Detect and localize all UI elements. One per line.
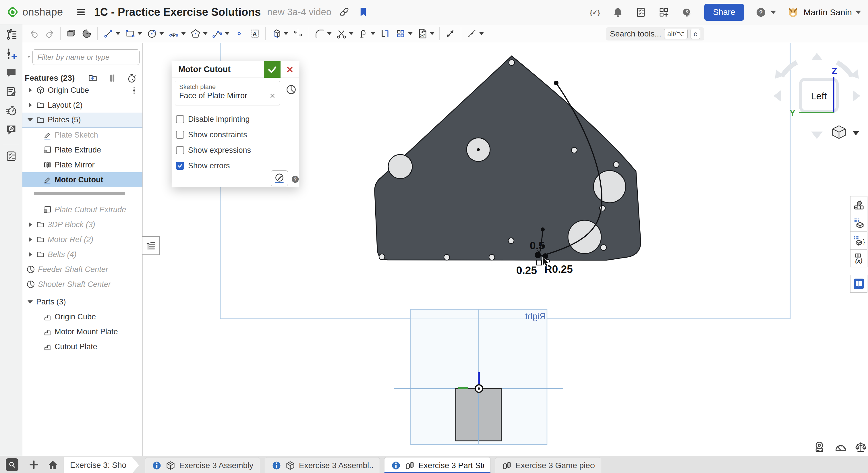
line-dropdown-icon[interactable] — [116, 32, 120, 35]
transform-dropdown-icon[interactable] — [284, 32, 288, 35]
tasks-icon[interactable] — [635, 6, 647, 19]
expand-icon[interactable] — [26, 86, 34, 94]
tab-search-button[interactable] — [6, 459, 19, 471]
origin-marker[interactable] — [475, 385, 483, 392]
help-caret-icon[interactable] — [770, 11, 776, 14]
feature-plates-folder[interactable]: Plates (5) — [22, 113, 143, 127]
configurations-button[interactable] — [850, 214, 867, 232]
feature-plate-extrude[interactable]: Plate Extrude — [22, 143, 143, 157]
move-tool[interactable] — [290, 26, 306, 41]
trim-dropdown-icon[interactable] — [349, 32, 353, 35]
share-button[interactable]: Share — [704, 4, 744, 21]
info-icon[interactable] — [271, 461, 282, 471]
fillet-tool[interactable] — [312, 26, 334, 41]
arc-dropdown-icon[interactable] — [181, 32, 186, 35]
checklist-icon[interactable] — [5, 150, 18, 162]
construction-dropdown-icon[interactable] — [479, 32, 484, 35]
workspace-name[interactable]: new 3a-4 video — [267, 7, 331, 18]
regen-time-icon[interactable] — [126, 73, 137, 84]
tab-exercise-3-part-studio[interactable]: Exercise 3 Part Studio — [384, 457, 491, 473]
avatar[interactable] — [787, 6, 799, 19]
view-cube[interactable]: Left Z Y — [774, 53, 860, 139]
comments-icon[interactable] — [5, 66, 18, 79]
measure-tool[interactable] — [442, 26, 458, 41]
confirm-button[interactable] — [264, 61, 281, 78]
tab-exercise-3-game-piece[interactable]: Exercise 3 Game piece — [495, 457, 601, 473]
spline-tool[interactable] — [210, 26, 231, 41]
hole-center-point[interactable] — [477, 148, 480, 151]
rectangle-dropdown-icon[interactable] — [137, 32, 142, 35]
feature-motor-ref-folder[interactable]: Motor Ref (2) — [22, 232, 143, 247]
feature-belts-folder[interactable]: Belts (4) — [22, 247, 143, 262]
part-origin-cube[interactable]: Origin Cube — [22, 309, 143, 324]
configured-features-button[interactable]: } — [850, 232, 867, 249]
drag-handle-icon[interactable] — [130, 84, 138, 96]
construction-tool[interactable] — [464, 26, 486, 41]
checkbox-show-expressions[interactable] — [176, 146, 184, 154]
collapse-icon[interactable] — [26, 116, 34, 124]
collapse-icon[interactable] — [26, 298, 34, 306]
sketch-plane-field[interactable]: Sketch plane Face of Plate Mirror — [175, 81, 280, 106]
community-help-icon[interactable] — [5, 123, 18, 136]
filter-input[interactable] — [32, 50, 140, 65]
notifications-icon[interactable] — [612, 6, 624, 19]
help-icon[interactable]: ? — [755, 6, 767, 19]
versions-icon[interactable] — [5, 28, 18, 41]
checkbox-show-constraints[interactable] — [176, 131, 184, 139]
offset-dropdown-icon[interactable] — [371, 32, 375, 35]
mirror-tool[interactable] — [377, 26, 393, 41]
cancel-button[interactable] — [281, 61, 299, 78]
option-show-expressions[interactable]: Show expressions — [176, 144, 251, 156]
parts-section[interactable]: Parts (3) — [22, 294, 143, 309]
view-mode-cube-icon[interactable] — [833, 126, 845, 139]
clear-selection-icon[interactable] — [269, 92, 276, 100]
dimension-handle[interactable] — [537, 260, 541, 265]
expand-icon[interactable] — [26, 101, 34, 110]
feature-motor-cutout[interactable]: Motor Cutout — [22, 172, 143, 187]
view-options-caret-icon[interactable] — [852, 131, 860, 135]
filter-icon[interactable] — [28, 52, 30, 62]
expand-icon[interactable] — [26, 220, 34, 229]
dimension-r0-25[interactable]: R0.25 — [545, 263, 573, 275]
user-caret-icon[interactable] — [856, 11, 861, 14]
add-tab-button[interactable] — [28, 459, 40, 471]
revolve-tool[interactable] — [79, 26, 94, 41]
mass-properties-icon[interactable] — [854, 440, 868, 454]
checkbox-show-errors[interactable] — [176, 162, 184, 170]
circle-tool[interactable] — [144, 26, 166, 41]
tab-exercise-3-sho[interactable]: Exercise 3: Sho — [64, 457, 139, 473]
option-show-constraints[interactable]: Show constraints — [176, 128, 247, 141]
feature-plate-mirror[interactable]: Plate Mirror — [22, 157, 143, 172]
part-motor-mount-plate[interactable]: Motor Mount Plate — [22, 324, 143, 339]
part-cutout-plate[interactable]: Cutout Plate — [22, 339, 143, 354]
protractor-icon[interactable] — [834, 440, 847, 454]
feature-3dp-block-folder[interactable]: 3DP Block (3) — [22, 217, 143, 232]
dxf-export-tool[interactable]: DXF — [414, 26, 436, 41]
polygon-dropdown-icon[interactable] — [203, 32, 208, 35]
option-disable-imprinting[interactable]: Disable imprinting — [176, 113, 250, 125]
user-name[interactable]: Martin Sanin — [804, 7, 852, 17]
appearance-button[interactable] — [850, 196, 867, 214]
suppress-icon[interactable] — [107, 73, 118, 84]
rectangle-tool[interactable] — [122, 26, 144, 41]
create-version-icon[interactable] — [5, 48, 18, 60]
feature-layout-folder[interactable]: Layout (2) — [22, 98, 143, 113]
sketch-plane-value[interactable]: Face of Plate Mirror — [179, 91, 269, 100]
onshape-logo[interactable]: onshape — [5, 5, 63, 20]
arc-tool[interactable] — [166, 26, 188, 41]
measure-tape-icon[interactable] — [814, 440, 828, 454]
fillet-dropdown-icon[interactable] — [327, 32, 332, 35]
plate-outline[interactable] — [375, 56, 641, 260]
option-show-errors[interactable]: Show errors — [176, 159, 230, 172]
document-title[interactable]: 1C - Practice Exercise Solutions — [94, 6, 261, 19]
trim-tool[interactable] — [334, 26, 355, 41]
featurescript-icon[interactable]: {✓} — [589, 6, 601, 19]
extrude-tool[interactable] — [63, 26, 79, 41]
info-icon[interactable] — [152, 461, 162, 471]
feature-origin-cube[interactable]: Origin Cube — [22, 83, 143, 98]
tab-exercise-3-assembly[interactable]: Exercise 3 Assembly — [145, 457, 260, 473]
expand-icon[interactable] — [26, 235, 34, 244]
feature-plate-sketch[interactable]: Plate Sketch — [22, 127, 143, 143]
feature-shooter-shaft-center[interactable]: Shooter Shaft Center — [22, 277, 143, 292]
line-tool[interactable] — [100, 26, 122, 41]
